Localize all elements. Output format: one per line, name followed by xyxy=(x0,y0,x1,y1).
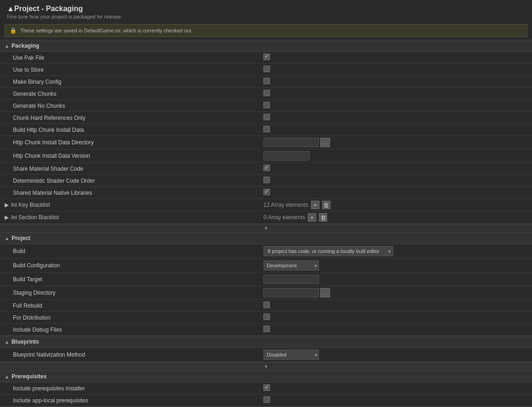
blueprints-section-header[interactable]: ▲ Blueprints xyxy=(0,336,532,348)
prerequisites-section: ▲ Prerequisites Include prerequisites in… xyxy=(0,370,532,407)
share-material-shader-checkbox[interactable] xyxy=(263,165,270,171)
table-row: For Distribution xyxy=(0,312,532,324)
http-chunk-version-input[interactable] xyxy=(263,151,310,160)
generate-chunks-checkbox[interactable] xyxy=(263,90,270,96)
build-target-label: Build Target xyxy=(0,273,259,286)
staging-dir-browse-button[interactable]: ... xyxy=(320,288,330,297)
table-row: Use Io Store xyxy=(0,64,532,76)
for-distribution-checkbox[interactable] xyxy=(263,314,270,320)
ini-section-blacklist-add-button[interactable]: + xyxy=(308,213,316,222)
staging-dir-input[interactable] xyxy=(263,288,319,297)
use-io-store-checkbox[interactable] xyxy=(263,66,270,72)
make-binary-config-label: Make Binary Config xyxy=(0,76,259,88)
share-material-shader-label: Share Material Shader Code xyxy=(0,163,259,175)
ini-section-blacklist-count: 0 Array elements xyxy=(263,214,305,221)
deterministic-shader-label: Deterministic Shader Code Order xyxy=(0,175,259,187)
include-prereq-installer-label: Include prerequisites installer xyxy=(0,382,259,395)
full-rebuild-checkbox[interactable] xyxy=(263,302,270,308)
blueprints-collapse-bar[interactable]: ▼ xyxy=(0,362,532,370)
lock-icon: 🔒 xyxy=(10,27,17,34)
use-pak-file-checkbox[interactable] xyxy=(263,54,270,60)
include-debug-files-label: Include Debug Files xyxy=(0,324,259,336)
blueprints-section-label: Blueprints xyxy=(12,339,39,345)
build-config-label: Build Configuration xyxy=(0,259,259,273)
page-title: ▲Project - Packaging xyxy=(7,5,525,13)
chunk-hard-refs-checkbox[interactable] xyxy=(263,114,270,120)
table-row: Generate Chunks xyxy=(0,88,532,100)
for-distribution-label: For Distribution xyxy=(0,312,259,324)
blueprint-nativization-dropdown[interactable]: Disabled Inclusive Exclusive xyxy=(263,350,319,360)
ini-key-blacklist-array: 12 Array elements + 🗑 xyxy=(263,201,330,209)
blueprint-nativization-label: Blueprint Nativization Method xyxy=(0,348,259,362)
ini-key-blacklist-header[interactable]: ▶ Ini Key Blacklist xyxy=(5,202,254,208)
table-row: Include app-local prerequisites xyxy=(0,395,532,407)
generate-no-chunks-label: Generate No Chunks xyxy=(0,100,259,112)
include-debug-files-checkbox[interactable] xyxy=(263,326,270,332)
ini-section-blacklist-delete-button[interactable]: 🗑 xyxy=(319,213,327,222)
project-section-label: Project xyxy=(12,235,31,241)
deterministic-shader-checkbox[interactable] xyxy=(263,177,270,183)
http-chunk-version-label: Http Chunk Install Data Version xyxy=(0,149,259,163)
ini-section-blacklist-header[interactable]: ▶ Ini Section Blacklist xyxy=(5,214,254,221)
project-section: ▲ Project Build If project has code, or … xyxy=(0,232,532,336)
shared-material-native-label: Shared Material Native Libraries xyxy=(0,187,259,199)
table-row: Build Target xyxy=(0,273,532,286)
ini-section-blacklist-label: Ini Section Blacklist xyxy=(11,214,59,221)
ini-key-blacklist-add-button[interactable]: + xyxy=(311,201,319,209)
generate-chunks-label: Generate Chunks xyxy=(0,88,259,100)
build-label: Build xyxy=(0,244,259,259)
blueprints-settings-table: Blueprint Nativization Method Disabled I… xyxy=(0,348,532,362)
ini-section-blacklist-array: 0 Array elements + 🗑 xyxy=(263,213,327,222)
table-row: Make Binary Config xyxy=(0,76,532,88)
table-row: Deterministic Shader Code Order xyxy=(0,175,532,187)
notice-bar: 🔒 These settings are saved in DefaultGam… xyxy=(5,24,527,37)
blueprints-collapse-icon: ▲ xyxy=(5,339,9,345)
packaging-collapse-bar[interactable]: ▼ xyxy=(0,224,532,232)
build-http-chunk-label: Build Http Chunk Install Data xyxy=(0,124,259,136)
prerequisites-settings-table: Include prerequisites installer Include … xyxy=(0,382,532,407)
build-dropdown[interactable]: If project has code, or running a locall… xyxy=(263,246,393,256)
table-row: Http Chunk Install Data Directory ... xyxy=(0,136,532,149)
prerequisites-section-label: Prerequisites xyxy=(12,373,47,380)
packaging-section-label: Packaging xyxy=(12,43,39,49)
table-row: Build If project has code, or running a … xyxy=(0,244,532,259)
build-target-input[interactable] xyxy=(263,275,319,284)
packaging-collapse-icon: ▲ xyxy=(5,43,9,49)
generate-no-chunks-checkbox[interactable] xyxy=(263,102,270,108)
table-row: Staging Directory ... xyxy=(0,286,532,300)
shared-material-native-checkbox[interactable] xyxy=(263,189,270,195)
blueprints-section: ▲ Blueprints Blueprint Nativization Meth… xyxy=(0,336,532,370)
prerequisites-section-header[interactable]: ▲ Prerequisites xyxy=(0,370,532,382)
chunk-hard-refs-label: Chunk Hard References Only xyxy=(0,112,259,124)
project-settings-table: Build If project has code, or running a … xyxy=(0,244,532,336)
full-rebuild-label: Full Rebuild xyxy=(0,300,259,312)
ini-key-blacklist-delete-button[interactable]: 🗑 xyxy=(322,201,330,209)
table-row: Blueprint Nativization Method Disabled I… xyxy=(0,348,532,362)
build-dropdown-wrap: If project has code, or running a locall… xyxy=(263,246,393,256)
prerequisites-collapse-icon: ▲ xyxy=(5,374,9,379)
include-app-local-prereq-checkbox[interactable] xyxy=(263,396,270,403)
use-pak-file-label: Use Pak File xyxy=(0,52,259,64)
http-chunk-dir-browse-button[interactable]: ... xyxy=(320,138,330,147)
table-row: ▶ Ini Key Blacklist 12 Array elements + … xyxy=(0,199,532,211)
project-collapse-icon: ▲ xyxy=(5,236,9,241)
build-http-chunk-checkbox[interactable] xyxy=(263,126,270,132)
http-chunk-dir-input-group: ... xyxy=(263,138,330,147)
packaging-section-header[interactable]: ▲ Packaging xyxy=(0,40,532,52)
table-row: Generate No Chunks xyxy=(0,100,532,112)
packaging-settings-table: Use Pak File Use Io Store Make Binary Co… xyxy=(0,52,532,224)
table-row: Build Configuration Development Shipping… xyxy=(0,259,532,273)
http-chunk-dir-label: Http Chunk Install Data Directory xyxy=(0,136,259,149)
use-io-store-label: Use Io Store xyxy=(0,64,259,76)
table-row: Build Http Chunk Install Data xyxy=(0,124,532,136)
http-chunk-dir-input[interactable] xyxy=(263,138,319,147)
blueprint-nativization-dropdown-wrap: Disabled Inclusive Exclusive ▾ xyxy=(263,350,319,360)
notice-text: These settings are saved in DefaultGame.… xyxy=(20,28,192,33)
project-section-header[interactable]: ▲ Project xyxy=(0,232,532,244)
staging-dir-input-group: ... xyxy=(263,288,330,297)
table-row: Http Chunk Install Data Version xyxy=(0,149,532,163)
build-config-dropdown-wrap: Development Shipping Debug ▾ xyxy=(263,260,319,271)
include-prereq-installer-checkbox[interactable] xyxy=(263,384,270,391)
build-config-dropdown[interactable]: Development Shipping Debug xyxy=(263,260,319,271)
make-binary-config-checkbox[interactable] xyxy=(263,78,270,84)
